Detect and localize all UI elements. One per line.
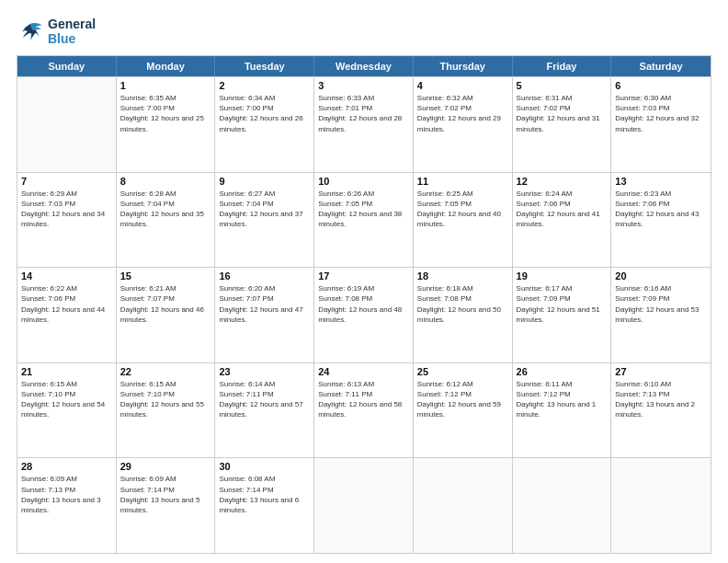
- day-info: Sunrise: 6:22 AMSunset: 7:06 PMDaylight:…: [21, 283, 112, 325]
- day-info: Sunrise: 6:17 AMSunset: 7:09 PMDaylight:…: [517, 283, 608, 325]
- calendar-cell: [611, 458, 711, 553]
- calendar: SundayMondayTuesdayWednesdayThursdayFrid…: [17, 55, 711, 554]
- calendar-cell: 22Sunrise: 6:15 AMSunset: 7:10 PMDayligh…: [117, 363, 216, 458]
- day-info: Sunrise: 6:09 AMSunset: 7:13 PMDaylight:…: [21, 474, 112, 515]
- day-number: 26: [517, 366, 608, 377]
- calendar-cell: 26Sunrise: 6:11 AMSunset: 7:12 PMDayligh…: [513, 363, 612, 458]
- day-info: Sunrise: 6:24 AMSunset: 7:06 PMDaylight:…: [517, 189, 608, 230]
- header-cell-sunday: Sunday: [17, 56, 117, 76]
- header-cell-tuesday: Tuesday: [215, 56, 314, 76]
- calendar-cell: 14Sunrise: 6:22 AMSunset: 7:06 PMDayligh…: [17, 268, 117, 362]
- day-number: 27: [615, 366, 707, 377]
- day-info: Sunrise: 6:23 AMSunset: 7:06 PMDaylight:…: [615, 189, 707, 230]
- calendar-page: General Blue SundayMondayTuesdayWednesda…: [0, 0, 728, 563]
- day-number: 4: [417, 80, 508, 91]
- day-number: 16: [219, 270, 310, 282]
- day-number: 20: [615, 270, 707, 282]
- day-number: 29: [120, 461, 211, 472]
- calendar-cell: 18Sunrise: 6:18 AMSunset: 7:08 PMDayligh…: [414, 268, 513, 362]
- day-number: 17: [318, 270, 409, 282]
- day-info: Sunrise: 6:21 AMSunset: 7:07 PMDaylight:…: [120, 283, 211, 325]
- calendar-row: 7Sunrise: 6:29 AMSunset: 7:03 PMDaylight…: [17, 172, 711, 268]
- day-info: Sunrise: 6:30 AMSunset: 7:03 PMDaylight:…: [615, 93, 707, 134]
- day-number: 11: [417, 176, 508, 187]
- calendar-cell: 11Sunrise: 6:25 AMSunset: 7:05 PMDayligh…: [414, 173, 513, 268]
- calendar-cell: 16Sunrise: 6:20 AMSunset: 7:07 PMDayligh…: [215, 268, 314, 362]
- calendar-cell: 3Sunrise: 6:33 AMSunset: 7:01 PMDaylight…: [314, 77, 414, 172]
- calendar-cell: [314, 458, 414, 553]
- calendar-cell: 5Sunrise: 6:31 AMSunset: 7:02 PMDaylight…: [513, 77, 612, 172]
- day-info: Sunrise: 6:09 AMSunset: 7:14 PMDaylight:…: [120, 474, 211, 515]
- day-info: Sunrise: 6:11 AMSunset: 7:12 PMDaylight:…: [517, 379, 608, 420]
- day-info: Sunrise: 6:14 AMSunset: 7:11 PMDaylight:…: [219, 379, 310, 420]
- day-number: 14: [21, 270, 112, 282]
- calendar-cell: 10Sunrise: 6:26 AMSunset: 7:05 PMDayligh…: [314, 173, 414, 268]
- day-info: Sunrise: 6:33 AMSunset: 7:01 PMDaylight:…: [318, 93, 409, 134]
- day-info: Sunrise: 6:10 AMSunset: 7:13 PMDaylight:…: [615, 379, 707, 420]
- calendar-cell: 2Sunrise: 6:34 AMSunset: 7:00 PMDaylight…: [215, 77, 314, 172]
- day-info: Sunrise: 6:15 AMSunset: 7:10 PMDaylight:…: [120, 379, 211, 420]
- day-number: 5: [517, 80, 608, 91]
- calendar-cell: 13Sunrise: 6:23 AMSunset: 7:06 PMDayligh…: [611, 173, 711, 268]
- calendar-cell: 8Sunrise: 6:28 AMSunset: 7:04 PMDaylight…: [117, 173, 216, 268]
- calendar-cell: 15Sunrise: 6:21 AMSunset: 7:07 PMDayligh…: [117, 268, 216, 362]
- day-info: Sunrise: 6:08 AMSunset: 7:14 PMDaylight:…: [219, 474, 310, 515]
- header-cell-friday: Friday: [513, 56, 612, 76]
- logo-icon: [17, 20, 44, 42]
- day-number: 28: [21, 461, 112, 472]
- calendar-cell: 27Sunrise: 6:10 AMSunset: 7:13 PMDayligh…: [611, 363, 711, 458]
- header-cell-saturday: Saturday: [611, 56, 711, 76]
- logo: General Blue: [17, 17, 96, 46]
- day-number: 7: [21, 176, 112, 187]
- day-number: 21: [21, 366, 112, 377]
- day-info: Sunrise: 6:16 AMSunset: 7:09 PMDaylight:…: [615, 283, 707, 325]
- calendar-cell: 12Sunrise: 6:24 AMSunset: 7:06 PMDayligh…: [513, 173, 612, 268]
- calendar-cell: 30Sunrise: 6:08 AMSunset: 7:14 PMDayligh…: [215, 458, 314, 553]
- day-number: 30: [219, 461, 310, 472]
- day-number: 22: [120, 366, 211, 377]
- day-number: 24: [318, 366, 409, 377]
- day-number: 3: [318, 80, 409, 91]
- calendar-cell: 7Sunrise: 6:29 AMSunset: 7:03 PMDaylight…: [17, 173, 117, 268]
- calendar-cell: 21Sunrise: 6:15 AMSunset: 7:10 PMDayligh…: [17, 363, 117, 458]
- calendar-cell: 4Sunrise: 6:32 AMSunset: 7:02 PMDaylight…: [414, 77, 513, 172]
- day-number: 19: [517, 270, 608, 282]
- calendar-cell: 24Sunrise: 6:13 AMSunset: 7:11 PMDayligh…: [314, 363, 414, 458]
- calendar-cell: 25Sunrise: 6:12 AMSunset: 7:12 PMDayligh…: [414, 363, 513, 458]
- day-info: Sunrise: 6:12 AMSunset: 7:12 PMDaylight:…: [417, 379, 508, 420]
- day-info: Sunrise: 6:34 AMSunset: 7:00 PMDaylight:…: [219, 93, 310, 134]
- day-number: 1: [120, 80, 211, 91]
- calendar-row: 1Sunrise: 6:35 AMSunset: 7:00 PMDaylight…: [17, 76, 711, 172]
- day-info: Sunrise: 6:20 AMSunset: 7:07 PMDaylight:…: [219, 283, 310, 325]
- day-info: Sunrise: 6:19 AMSunset: 7:08 PMDaylight:…: [318, 283, 409, 325]
- logo-text: General Blue: [48, 17, 96, 46]
- day-number: 25: [417, 366, 508, 377]
- calendar-row: 21Sunrise: 6:15 AMSunset: 7:10 PMDayligh…: [17, 362, 711, 458]
- calendar-cell: 9Sunrise: 6:27 AMSunset: 7:04 PMDaylight…: [215, 173, 314, 268]
- day-number: 12: [517, 176, 608, 187]
- calendar-cell: [414, 458, 513, 553]
- day-info: Sunrise: 6:26 AMSunset: 7:05 PMDaylight:…: [318, 189, 409, 230]
- day-number: 9: [219, 176, 310, 187]
- header-cell-thursday: Thursday: [414, 56, 513, 76]
- day-number: 15: [120, 270, 211, 282]
- calendar-cell: 23Sunrise: 6:14 AMSunset: 7:11 PMDayligh…: [215, 363, 314, 458]
- calendar-cell: 1Sunrise: 6:35 AMSunset: 7:00 PMDaylight…: [117, 77, 216, 172]
- day-info: Sunrise: 6:13 AMSunset: 7:11 PMDaylight:…: [318, 379, 409, 420]
- day-info: Sunrise: 6:27 AMSunset: 7:04 PMDaylight:…: [219, 189, 310, 230]
- day-info: Sunrise: 6:18 AMSunset: 7:08 PMDaylight:…: [417, 283, 508, 325]
- header-cell-monday: Monday: [117, 56, 216, 76]
- calendar-cell: 28Sunrise: 6:09 AMSunset: 7:13 PMDayligh…: [17, 458, 117, 553]
- day-info: Sunrise: 6:25 AMSunset: 7:05 PMDaylight:…: [417, 189, 508, 230]
- calendar-header: SundayMondayTuesdayWednesdayThursdayFrid…: [17, 56, 711, 76]
- calendar-cell: 20Sunrise: 6:16 AMSunset: 7:09 PMDayligh…: [611, 268, 711, 362]
- calendar-cell: 17Sunrise: 6:19 AMSunset: 7:08 PMDayligh…: [314, 268, 414, 362]
- day-number: 10: [318, 176, 409, 187]
- day-info: Sunrise: 6:32 AMSunset: 7:02 PMDaylight:…: [417, 93, 508, 134]
- day-number: 13: [615, 176, 707, 187]
- calendar-row: 28Sunrise: 6:09 AMSunset: 7:13 PMDayligh…: [17, 457, 711, 553]
- calendar-cell: 6Sunrise: 6:30 AMSunset: 7:03 PMDaylight…: [611, 77, 711, 172]
- calendar-cell: 29Sunrise: 6:09 AMSunset: 7:14 PMDayligh…: [117, 458, 216, 553]
- day-number: 2: [219, 80, 310, 91]
- day-number: 8: [120, 176, 211, 187]
